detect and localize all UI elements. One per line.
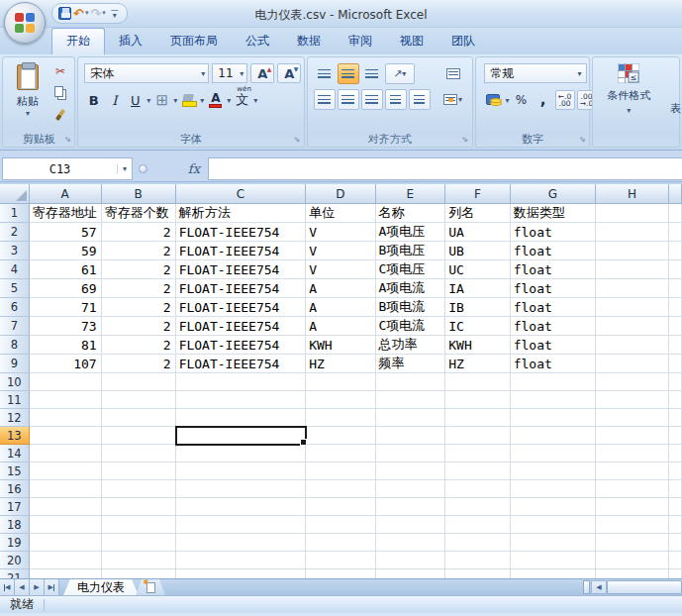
cell-B3[interactable]: 2: [102, 242, 176, 260]
cell-D10[interactable]: [306, 373, 375, 391]
comma-style-button[interactable]: ,: [534, 90, 553, 110]
cell-G17[interactable]: [511, 498, 597, 516]
cell-X16[interactable]: [669, 480, 682, 498]
align-bottom-button[interactable]: [361, 63, 383, 84]
cell-E21[interactable]: [376, 569, 446, 578]
cell-D19[interactable]: [306, 534, 375, 552]
cell-X15[interactable]: [669, 462, 682, 480]
align-top-button[interactable]: [314, 63, 336, 84]
cell-H8[interactable]: [596, 336, 669, 355]
row-header-19[interactable]: 19: [0, 534, 30, 552]
cell-D15[interactable]: [306, 462, 375, 480]
cell-G6[interactable]: float: [511, 298, 597, 317]
cell-E8[interactable]: 总功率: [376, 336, 446, 355]
cell-H4[interactable]: [596, 260, 669, 279]
cell-F6[interactable]: IB: [445, 298, 510, 317]
cell-H2[interactable]: [596, 223, 669, 242]
cell-A14[interactable]: [30, 445, 102, 462]
cell-D14[interactable]: [306, 445, 375, 462]
cell-A19[interactable]: [30, 534, 102, 552]
cell-E14[interactable]: [376, 445, 446, 462]
cell-F10[interactable]: [445, 373, 510, 391]
cell-D16[interactable]: [306, 480, 375, 498]
cell-C21[interactable]: [176, 569, 307, 578]
cell-C15[interactable]: [176, 462, 307, 480]
bold-button[interactable]: B: [84, 90, 103, 110]
cell-E4[interactable]: C项电压: [376, 260, 446, 279]
cell-H12[interactable]: [596, 409, 669, 427]
formula-bar-handle[interactable]: [139, 164, 147, 173]
cell-X13[interactable]: [669, 427, 682, 445]
cell-C6[interactable]: FLOAT-IEEE754: [176, 298, 307, 317]
cell-H10[interactable]: [596, 373, 669, 391]
format-painter-button[interactable]: [50, 106, 70, 124]
cell-D21[interactable]: [306, 569, 375, 578]
underline-button[interactable]: U: [126, 90, 145, 110]
cell-B18[interactable]: [102, 516, 176, 534]
row-header-3[interactable]: 3: [0, 242, 30, 260]
cell-F9[interactable]: HZ: [445, 355, 510, 373]
cell-D20[interactable]: [306, 552, 375, 569]
cell-G4[interactable]: float: [511, 260, 597, 279]
cell-E7[interactable]: C项电流: [376, 317, 446, 336]
cell-D18[interactable]: [306, 516, 375, 534]
column-header-G[interactable]: G: [511, 184, 597, 204]
column-header-A[interactable]: A: [30, 184, 102, 204]
cell-B10[interactable]: [102, 373, 176, 391]
cell-H16[interactable]: [596, 480, 669, 498]
cell-E6[interactable]: B项电流: [376, 298, 446, 317]
cell-H15[interactable]: [596, 462, 669, 480]
cell-X12[interactable]: [669, 409, 682, 427]
cell-G15[interactable]: [511, 462, 597, 480]
cell-X20[interactable]: [669, 552, 682, 569]
cell-G7[interactable]: float: [511, 317, 597, 336]
cell-B11[interactable]: [102, 391, 176, 409]
row-header-21[interactable]: 21: [0, 569, 30, 578]
copy-button[interactable]: [50, 84, 70, 102]
cell-H13[interactable]: [596, 427, 669, 445]
cell-E17[interactable]: [376, 498, 446, 516]
cell-H21[interactable]: [596, 569, 669, 578]
cell-X3[interactable]: [669, 242, 682, 260]
cell-F12[interactable]: [445, 409, 510, 427]
cell-X19[interactable]: [669, 534, 682, 552]
alignment-dialog-launcher[interactable]: ⇘: [460, 135, 470, 145]
cell-A3[interactable]: 59: [30, 242, 102, 260]
cell-C18[interactable]: [176, 516, 307, 534]
percent-style-button[interactable]: %: [512, 90, 532, 110]
row-header-13[interactable]: 13: [0, 427, 30, 445]
cell-X2[interactable]: [669, 223, 682, 242]
accounting-format-button[interactable]: [484, 90, 504, 110]
row-header-10[interactable]: 10: [0, 373, 30, 391]
cell-E18[interactable]: [376, 516, 446, 534]
cell-E13[interactable]: [376, 427, 446, 445]
cell-C17[interactable]: [176, 498, 307, 516]
cell-A17[interactable]: [30, 498, 102, 516]
column-header-C[interactable]: C: [176, 184, 307, 204]
font-dialog-launcher[interactable]: ⇘: [292, 135, 302, 145]
column-header-H[interactable]: H: [596, 184, 669, 204]
cell-G12[interactable]: [511, 409, 597, 427]
cell-D3[interactable]: V: [306, 242, 375, 260]
cell-F19[interactable]: [445, 534, 510, 552]
cell-A9[interactable]: 107: [30, 355, 102, 373]
row-header-17[interactable]: 17: [0, 498, 30, 516]
row-header-6[interactable]: 6: [0, 298, 30, 317]
cell-A16[interactable]: [30, 480, 102, 498]
ribbon-tab-8[interactable]: 团队: [438, 29, 489, 54]
cell-A13[interactable]: [30, 427, 102, 445]
cell-E12[interactable]: [376, 409, 446, 427]
accounting-dropdown-icon[interactable]: ▾: [506, 96, 510, 105]
ribbon-tab-2[interactable]: 插入: [105, 29, 156, 54]
cell-G21[interactable]: [511, 569, 597, 578]
cell-X6[interactable]: [669, 298, 682, 317]
cell-X14[interactable]: [669, 445, 682, 462]
hscroll-left-button[interactable]: ◀: [591, 580, 607, 594]
phonetic-button[interactable]: wén文: [233, 90, 251, 110]
insert-function-button[interactable]: fx: [188, 161, 200, 176]
cell-C13[interactable]: [176, 427, 307, 445]
cell-D7[interactable]: A: [306, 317, 375, 336]
row-header-11[interactable]: 11: [0, 391, 30, 409]
cell-F13[interactable]: [445, 427, 510, 445]
cell-D1[interactable]: 单位: [306, 204, 375, 223]
